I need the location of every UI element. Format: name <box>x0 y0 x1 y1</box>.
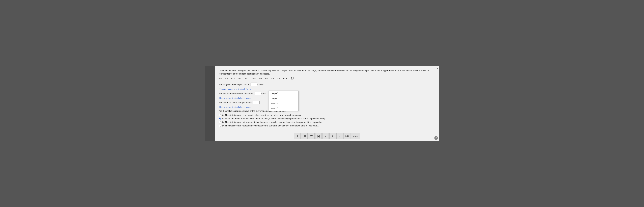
data-values-row: 8.5 8.5 10.4 10.2 9.7 10.5 9.9 8.6 9.9 9… <box>219 77 435 80</box>
help-button[interactable]: ? <box>434 136 438 140</box>
variance-section: The variance of the sample data is (Roun… <box>219 101 435 108</box>
radio-D[interactable] <box>219 125 221 127</box>
value-10: 9.6 <box>277 77 280 80</box>
radio-C[interactable] <box>219 121 221 123</box>
std-dev-hint: (Round to two decimal places as ne <box>219 97 435 99</box>
question-text: Listed below are foot lengths in inches … <box>219 69 435 75</box>
representative-question: Are the statistics representative of the… <box>219 110 435 112</box>
range-hint: (Type an integer or a decimal. Do no <box>219 88 435 90</box>
toolbar-more-btn[interactable]: More <box>350 133 360 139</box>
choice-C-text: The statistics are not representative be… <box>225 121 322 123</box>
value-2: 8.5 <box>225 77 228 80</box>
toolbar-interval-btn[interactable]: (1,1) <box>344 133 350 139</box>
radio-A[interactable] <box>219 114 221 116</box>
range-section: The range of the sample data is inches. … <box>219 83 435 90</box>
variance-label: The variance of the sample data is <box>219 101 252 104</box>
svg-rect-5 <box>303 136 304 137</box>
value-1: 8.5 <box>219 77 222 80</box>
toolbar-sqrt-btn[interactable]: √ <box>322 133 329 139</box>
value-9: 9.9 <box>271 77 274 80</box>
svg-rect-4 <box>304 135 306 136</box>
choice-B-text: Since the measurements were made in 1988… <box>225 117 325 120</box>
value-8: 8.6 <box>265 77 268 80</box>
copy-icon[interactable] <box>291 77 293 80</box>
toolbar-superscript-btn[interactable] <box>308 133 314 139</box>
dropdown-item-people[interactable]: people. <box>268 96 298 101</box>
std-dev-input[interactable] <box>254 92 261 95</box>
choice-B: B. Since the measurements were made in 1… <box>219 117 435 120</box>
toolbar: |■| √ ∛ ▪. (1,1) More <box>294 133 360 139</box>
toolbar-abs-btn[interactable]: |■| <box>315 133 322 139</box>
dropdown-item-people2[interactable]: people2. <box>268 91 298 96</box>
range-label: The range of the sample data is <box>219 83 250 86</box>
radio-B[interactable] <box>219 118 221 120</box>
multiple-choice: A. The statistics are representative bec… <box>219 114 435 127</box>
range-answer-row: The range of the sample data is inches. <box>219 83 435 86</box>
value-4: 10.2 <box>238 77 242 80</box>
question-main-text: Listed below are foot lengths in inches … <box>219 69 429 75</box>
svg-rect-2 <box>297 136 298 137</box>
svg-rect-3 <box>303 135 304 136</box>
std-dev-unit: ches. <box>262 92 267 95</box>
unit-dropdown[interactable]: people2. people. inches. inches2. <box>268 91 298 111</box>
main-content: Listed below are foot lengths in inches … <box>215 66 440 141</box>
toolbar-matrix-btn[interactable] <box>301 133 308 139</box>
value-3: 10.4 <box>231 77 235 80</box>
value-7: 9.9 <box>258 77 262 80</box>
svg-rect-6 <box>304 136 306 137</box>
dropdown-item-inches[interactable]: inches. <box>268 101 298 106</box>
choice-C: C. The statistics are not representative… <box>219 121 435 123</box>
close-button[interactable]: × <box>437 67 438 70</box>
choice-A-text: The statistics are representative becaus… <box>225 114 302 116</box>
std-dev-label: The standard deviation of the sampl <box>219 92 254 95</box>
toolbar-fraction-btn[interactable] <box>294 133 300 139</box>
dropdown-item-inches2[interactable]: inches2. <box>268 106 298 111</box>
variance-hint: (Round to two decimal places as ne <box>219 106 435 108</box>
toolbar-dot-btn[interactable]: ▪. <box>336 133 343 139</box>
std-dev-answer-row: The standard deviation of the sampl ches… <box>219 92 435 95</box>
more-label: More <box>353 135 358 137</box>
choice-D: D. The statistics are representative bec… <box>219 124 435 127</box>
variance-input[interactable] <box>253 101 260 104</box>
range-input[interactable] <box>250 83 257 86</box>
toolbar-cbrt-btn[interactable]: ∛ <box>330 133 336 139</box>
choice-A: A. The statistics are representative bec… <box>219 114 435 116</box>
choice-D-text: The statistics are representative becaus… <box>225 124 319 127</box>
range-unit: inches. <box>258 83 264 86</box>
svg-rect-8 <box>312 135 312 136</box>
value-11: 10.1 <box>283 77 287 80</box>
std-dev-section: The standard deviation of the sampl ches… <box>219 92 435 99</box>
value-5: 9.7 <box>245 77 248 80</box>
svg-rect-1 <box>297 135 298 136</box>
variance-answer-row: The variance of the sample data is <box>219 101 435 104</box>
value-6: 10.5 <box>252 77 256 80</box>
left-sidebar <box>204 66 215 141</box>
